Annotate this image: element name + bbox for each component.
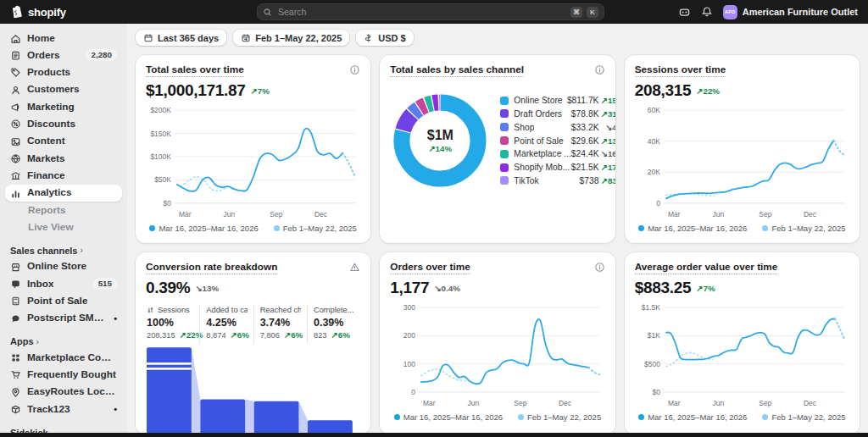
card-total-sales-over-time: Total sales over time$1,000,171.87↗7%$20… (136, 55, 370, 243)
sidebar-item-products[interactable]: Products (5, 64, 122, 81)
funnel-step-label-row: Sessions (147, 306, 193, 314)
sidebar-item-frequently-bought[interactable]: Frequently Bought (5, 367, 122, 384)
notifications-bell-icon[interactable] (701, 6, 713, 18)
sidebar-item-marketplace-connect[interactable]: Marketplace Connect (5, 349, 122, 366)
sidebar-item-inbox[interactable]: Inbox515 (5, 275, 122, 292)
legend-label: Mar 16, 2025–Mar 16, 2026 (159, 224, 258, 233)
info-icon[interactable] (349, 64, 360, 75)
sidebar-item-orders[interactable]: Orders2,280 (5, 47, 122, 64)
line-chart: 60K40K20K0MarJunSepDec (635, 103, 849, 219)
svg-text:Dec: Dec (314, 210, 328, 218)
legend-dot (394, 414, 400, 420)
channel-swatch (500, 97, 509, 105)
sidebar-item-postscript-sms-marke-[interactable]: Postscript SMS Marke...• (5, 310, 122, 327)
window-bottom-edge (0, 433, 868, 437)
info-icon[interactable] (594, 262, 605, 273)
funnel-step-count-row: 7,806↗6% (260, 330, 301, 340)
channel-label: Draft Orders (514, 109, 562, 119)
svg-text:$150K: $150K (150, 130, 171, 138)
sidebar-item-easyroutes-local-delivery[interactable]: EasyRoutes Local Delivery (5, 384, 122, 401)
svg-text:Sep: Sep (270, 210, 282, 218)
legend-label: Mar 16, 2025–Mar 16, 2026 (648, 224, 747, 233)
svg-text:Mar: Mar (668, 210, 681, 218)
notification-dot: • (114, 405, 117, 414)
search-input[interactable] (276, 6, 566, 18)
chart-area: $200K$150K$100K$50K$0MarJunSepDec (146, 103, 360, 219)
metric-delta: ↗7% (696, 284, 715, 293)
search-icon (263, 8, 272, 17)
customers-icon (10, 85, 21, 96)
sidebar-item-analytics[interactable]: Analytics (5, 185, 122, 202)
sidebar-item-reports[interactable]: Reports (5, 202, 122, 218)
funnel-step-delta: ↗6% (231, 330, 249, 340)
filter-pill-label: USD $ (378, 33, 405, 43)
metric-value: 1,177 (390, 279, 429, 297)
section-header-apps[interactable]: Apps› (10, 336, 117, 346)
legend-current: Mar 16, 2025–Mar 16, 2026 (394, 412, 503, 422)
info-icon[interactable] (594, 64, 605, 75)
channel-legend-row: Shopify Mob...$21.5K↗17% (500, 163, 615, 172)
discounts-icon (10, 119, 21, 130)
donut-total-delta: ↗14% (428, 144, 452, 153)
filter-bar: Last 365 daysFeb 1–May 22, 2025USD $ (136, 30, 860, 46)
card-title: Total sales by sales channel (390, 64, 524, 77)
channel-delta: ↘16% (599, 149, 615, 158)
notification-dot: • (114, 314, 117, 324)
sidebar-item-marketing[interactable]: Marketing (5, 98, 122, 115)
account-menu[interactable]: AFO American Furniture Outlet (723, 5, 858, 19)
pin-icon (10, 387, 21, 398)
sidebar-item-markets[interactable]: Markets (5, 150, 122, 167)
svg-text:Sep: Sep (759, 210, 771, 218)
filter-pill-0[interactable]: Last 365 days (136, 30, 226, 46)
store-name: American Furniture Outlet (743, 7, 858, 17)
shopify-logo[interactable]: shopify (10, 5, 66, 19)
sidebar-item-label: Marketing (27, 101, 75, 113)
sidebar-item-content[interactable]: Content (5, 133, 122, 150)
sales-channel-donut: $1M↗14%Online Store$811.7K↗15%Draft Orde… (390, 91, 604, 191)
sidekick-icon[interactable] (678, 6, 691, 19)
channel-label: Marketplace ... (514, 149, 571, 158)
sidebar-item-home[interactable]: Home (5, 30, 122, 47)
pos-icon (10, 296, 21, 307)
chevron-right-icon: › (36, 337, 39, 346)
sidebar-item-track123[interactable]: Track123• (5, 401, 122, 418)
inbox-icon (10, 279, 21, 290)
sidebar-item-discounts[interactable]: Discounts (5, 116, 122, 133)
svg-text:$100K: $100K (150, 152, 171, 161)
currency-icon (364, 33, 374, 43)
section-header-sales-channels[interactable]: Sales channels› (10, 246, 117, 256)
currency-icon (364, 33, 374, 43)
donut-center-label: $1M↗14% (390, 91, 490, 191)
funnel-step-added-to-cart: Added to cart4.25%8,874↗6% (199, 305, 253, 344)
funnel-step-label: Added to cart (206, 306, 247, 314)
section-header-label: Sales channels (10, 246, 78, 256)
channel-delta: ↗31% (599, 109, 615, 119)
funnel-step-rate: 0.39% (314, 317, 354, 329)
sidebar-item-point-of-sale[interactable]: Point of Sale (5, 293, 122, 310)
sidebar-item-finance[interactable]: Finance (5, 168, 122, 185)
sidebar-item-live-view[interactable]: Live View (5, 219, 122, 236)
card-title: Average order value over time (635, 261, 778, 274)
sidebar-item-online-store[interactable]: Online Store (5, 258, 122, 275)
item-count-badge: 2,280 (86, 49, 117, 61)
filter-pill-2[interactable]: USD $ (356, 30, 413, 46)
svg-text:$200K: $200K (150, 106, 171, 114)
pos-icon (10, 296, 21, 307)
marketing-icon (10, 102, 21, 113)
warning-icon[interactable] (349, 262, 360, 273)
legend-dot (149, 225, 155, 231)
channel-label: TikTok (514, 176, 538, 185)
card-header: Conversion rate breakdown (146, 261, 360, 274)
sidebar-item-label: Reports (28, 204, 66, 217)
pin-icon (10, 387, 21, 398)
info-icon (349, 64, 360, 75)
sidebar-item-customers[interactable]: Customers (5, 81, 122, 98)
metric-delta: ↘13% (195, 284, 219, 293)
global-search[interactable]: ⌘ K (257, 3, 604, 20)
filter-pill-1[interactable]: Feb 1–May 22, 2025 (233, 30, 349, 46)
legend-label: Mar 16, 2025–Mar 16, 2026 (648, 412, 747, 422)
sidebar-item-label: Analytics (27, 186, 71, 199)
sidebar-item-label: Content (27, 135, 65, 147)
marketing-icon (10, 102, 21, 113)
sidebar-item-label: Online Store (27, 260, 86, 273)
